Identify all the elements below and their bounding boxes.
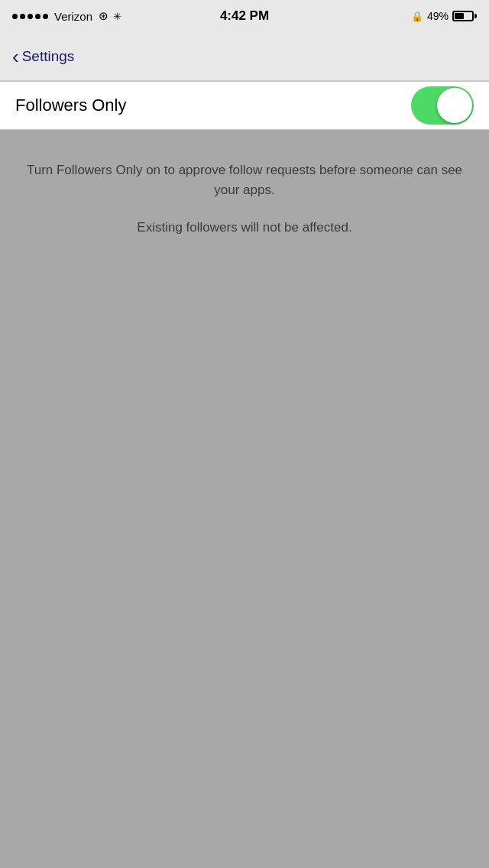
battery-icon <box>452 11 477 21</box>
battery-percent: 49% <box>427 10 449 22</box>
status-bar-time: 4:42 PM <box>220 8 269 24</box>
back-button[interactable]: ‹ Settings <box>12 47 74 66</box>
status-bar-left: Verizon ⊛ ✳ <box>12 9 121 23</box>
battery-body <box>452 11 474 21</box>
nav-bar: ‹ Settings <box>0 32 489 81</box>
lock-icon: 🔒 <box>411 11 423 22</box>
battery-tip <box>474 14 477 18</box>
back-chevron-icon: ‹ <box>12 47 19 66</box>
battery-fill <box>455 13 464 19</box>
back-label: Settings <box>22 48 75 65</box>
wifi-icon: ⊛ <box>99 9 108 23</box>
toggle-knob <box>437 88 472 123</box>
status-bar: Verizon ⊛ ✳ 4:42 PM 🔒 49% <box>0 0 489 32</box>
followers-only-row: Followers Only <box>0 81 489 130</box>
signal-dot-2 <box>20 14 25 19</box>
followers-only-label: Followers Only <box>15 96 126 115</box>
description-area: Turn Followers Only on to approve follow… <box>0 130 489 261</box>
signal-dot-1 <box>12 14 18 19</box>
description-main-text: Turn Followers Only on to approve follow… <box>23 160 466 199</box>
signal-dot-3 <box>28 14 33 19</box>
activity-icon: ✳ <box>113 11 121 22</box>
signal-icon <box>12 14 48 19</box>
carrier-name: Verizon <box>54 10 92 23</box>
signal-dot-4 <box>35 14 40 19</box>
followers-only-toggle[interactable] <box>411 86 474 125</box>
status-bar-right: 🔒 49% <box>411 10 477 22</box>
description-sub-text: Existing followers will not be affected. <box>23 218 466 238</box>
signal-dot-5 <box>43 14 48 19</box>
